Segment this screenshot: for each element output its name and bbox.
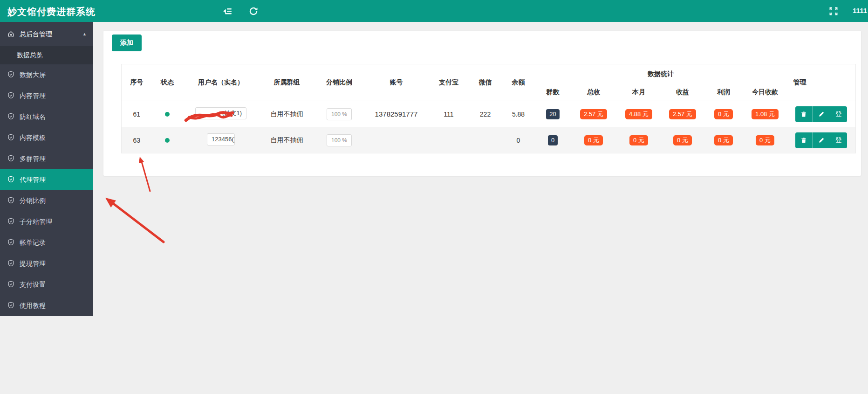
sidebar-item-link[interactable]: 内容管理	[0, 85, 93, 106]
refresh-icon[interactable]	[248, 6, 259, 16]
alipay-cell	[429, 127, 469, 153]
sidebar-item-link[interactable]: 分销比例	[0, 190, 93, 211]
username-box[interactable]: 123456()	[207, 133, 235, 145]
total-badge: 2.57 元	[580, 109, 607, 119]
wechat-cell	[469, 127, 502, 153]
col-month: 本月	[616, 84, 662, 101]
sidebar-nav: 数据大屏 内容管理 防红域名 内容模板	[0, 64, 93, 316]
month-badge: 4.88 元	[625, 109, 652, 119]
table-row: 63 123456() 自用不抽佣 100 % 0 0 0 元 0 元 0 元 …	[122, 127, 856, 153]
trash-icon	[800, 111, 807, 118]
shield-check-icon	[7, 275, 14, 282]
menu-fold-icon[interactable]	[222, 6, 232, 16]
row-actions: 登	[795, 132, 847, 148]
sidebar-item-link[interactable]: 使用教程	[0, 295, 93, 316]
sidebar-item-data-overview[interactable]: 数据总览	[0, 46, 93, 64]
chevron-up-icon: ▲	[82, 22, 87, 46]
shield-check-icon	[7, 65, 14, 72]
sidebar-item-link[interactable]: 提现管理	[0, 253, 93, 274]
sidebar-item-label: 内容管理	[20, 92, 46, 99]
balance-cell: 0	[502, 127, 535, 153]
sidebar-item-active[interactable]: 代理管理	[0, 169, 93, 190]
username-box[interactable]: (妙文1)	[195, 107, 246, 119]
pencil-icon	[818, 111, 825, 118]
group-cell: 自用不抽佣	[259, 127, 315, 153]
sidebar-group-admin[interactable]: 总后台管理 ▲	[0, 22, 93, 46]
col-stats-group: 数据统计	[535, 64, 787, 84]
agents-table: 序号 状态 用户名（实名） 所属群组 分销比例 账号 支付宝 微信 余额 数据统…	[121, 64, 856, 153]
ratio-box[interactable]: 100 %	[327, 108, 352, 120]
col-total: 总收	[571, 84, 616, 101]
fullscreen-icon[interactable]	[829, 7, 838, 16]
group-cell: 自用不抽佣	[259, 101, 315, 127]
login-button[interactable]: 登	[830, 132, 847, 148]
sidebar-item-label: 分销比例	[20, 197, 46, 204]
edit-button[interactable]	[813, 132, 830, 148]
content-card: 添加 序号 状态 用户名（实名） 所属群组 分销比例 账号 支付宝 微信	[103, 31, 861, 176]
groups-badge: 0	[548, 135, 558, 145]
shield-check-icon	[7, 128, 14, 135]
sidebar-item-label: 内容模板	[20, 134, 46, 141]
status-dot	[165, 112, 170, 117]
arrow-to-sidebar	[105, 198, 164, 242]
today-badge: 1.08 元	[752, 109, 779, 119]
app-title: 妙文馆付费进群系统	[7, 6, 96, 18]
shield-check-icon	[7, 212, 14, 219]
agents-table-wrap: 序号 状态 用户名（实名） 所属群组 分销比例 账号 支付宝 微信 余额 数据统…	[121, 64, 856, 153]
col-seq: 序号	[122, 64, 152, 101]
seq-cell: 63	[122, 127, 152, 153]
edit-button[interactable]	[813, 106, 830, 122]
table-row: 61 (妙文1) 自用不抽佣 100 % 13782591777 111 222…	[122, 101, 856, 127]
col-groups: 群数	[535, 84, 571, 101]
col-balance: 余额	[502, 64, 535, 101]
row-actions: 登	[795, 106, 847, 122]
ratio-box[interactable]: 100 %	[327, 134, 352, 146]
balance-cell: 5.88	[502, 101, 535, 127]
account-cell: 13782591777	[364, 101, 429, 127]
pencil-icon	[818, 137, 825, 144]
col-profit: 利润	[704, 84, 744, 101]
sidebar-item-link[interactable]: 支付设置	[0, 274, 93, 295]
seq-cell: 61	[122, 101, 152, 127]
sidebar-item-label: 提现管理	[20, 260, 46, 267]
sidebar-item-link[interactable]: 数据大屏	[0, 64, 93, 85]
total-badge: 0 元	[584, 135, 603, 145]
sidebar-item-link[interactable]: 防红域名	[0, 106, 93, 127]
sidebar-item-link[interactable]: 多群管理	[0, 148, 93, 169]
income-badge: 2.57 元	[669, 109, 696, 119]
col-group: 所属群组	[259, 64, 315, 101]
col-income: 收益	[662, 84, 704, 101]
sidebar-item-label: 帐单记录	[20, 239, 46, 246]
col-alipay: 支付宝	[429, 64, 469, 101]
shield-check-icon	[7, 170, 14, 177]
shield-check-icon	[7, 191, 14, 198]
sidebar-item-label: 数据大屏	[20, 71, 46, 78]
shield-check-icon	[7, 254, 14, 261]
sidebar-item-link[interactable]: 子分站管理	[0, 211, 93, 232]
sidebar-item-label: 使用教程	[20, 302, 46, 309]
col-status: 状态	[152, 64, 183, 101]
groups-badge: 20	[546, 109, 559, 119]
profit-badge: 0 元	[714, 109, 733, 119]
income-badge: 0 元	[673, 135, 692, 145]
delete-button[interactable]	[795, 132, 813, 148]
sidebar: 总后台管理 ▲ 数据总览 数据大屏 内容管理	[0, 22, 93, 316]
add-button[interactable]: 添加	[112, 35, 142, 51]
shield-check-icon	[7, 296, 14, 303]
wechat-cell: 222	[469, 101, 502, 127]
sidebar-item-link[interactable]: 内容模板	[0, 127, 93, 148]
col-manage: 管理	[787, 64, 856, 101]
trash-icon	[800, 137, 807, 144]
sidebar-item-label: 多群管理	[20, 155, 46, 162]
shield-check-icon	[7, 107, 14, 114]
shield-check-icon	[7, 233, 14, 240]
col-account: 账号	[364, 64, 429, 101]
current-user[interactable]: 1111	[853, 7, 867, 14]
col-username: 用户名（实名）	[183, 64, 259, 101]
sidebar-item-label: 代理管理	[20, 176, 46, 183]
delete-button[interactable]	[795, 106, 813, 122]
shield-check-icon	[7, 149, 14, 156]
login-button[interactable]: 登	[830, 106, 847, 122]
month-badge: 0 元	[629, 135, 648, 145]
sidebar-item-link[interactable]: 帐单记录	[0, 232, 93, 253]
